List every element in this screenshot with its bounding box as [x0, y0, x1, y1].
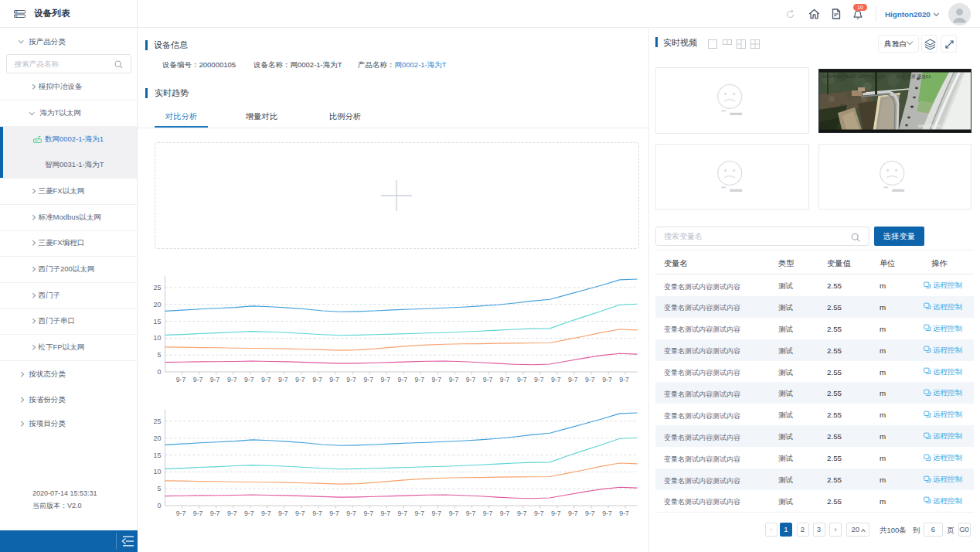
- svg-text:10: 10: [153, 334, 161, 342]
- svg-text:9-7: 9-7: [380, 509, 390, 517]
- svg-text:9-7: 9-7: [329, 509, 339, 517]
- svg-text:9-7: 9-7: [227, 509, 237, 517]
- svg-text:9-7: 9-7: [568, 509, 578, 517]
- svg-text:9-7: 9-7: [295, 376, 305, 383]
- svg-text:9-7: 9-7: [449, 376, 459, 383]
- svg-text:9-7: 9-7: [602, 376, 612, 383]
- svg-text:9-7: 9-7: [210, 376, 220, 383]
- svg-text:9-7: 9-7: [602, 509, 612, 517]
- svg-text:9-7: 9-7: [398, 509, 408, 517]
- svg-text:9-7: 9-7: [363, 376, 373, 383]
- svg-text:9-7: 9-7: [585, 376, 595, 383]
- svg-text:20: 20: [153, 434, 161, 442]
- svg-text:9-7: 9-7: [432, 509, 442, 517]
- svg-text:9-7: 9-7: [483, 376, 493, 383]
- svg-text:9-7: 9-7: [483, 509, 493, 517]
- svg-text:9-7: 9-7: [398, 376, 408, 383]
- svg-text:9-7: 9-7: [619, 509, 629, 517]
- svg-text:9-7: 9-7: [244, 376, 254, 383]
- svg-text:9-7: 9-7: [517, 376, 527, 383]
- svg-text:9-7: 9-7: [534, 376, 544, 383]
- svg-text:9-7: 9-7: [517, 509, 527, 517]
- svg-text:9-7: 9-7: [346, 509, 356, 517]
- svg-text:9-7: 9-7: [176, 509, 186, 517]
- svg-text:9-7: 9-7: [568, 376, 578, 383]
- svg-text:9-7: 9-7: [619, 376, 629, 383]
- svg-text:9-7: 9-7: [193, 376, 203, 383]
- svg-text:9-7: 9-7: [415, 509, 425, 517]
- svg-text:0: 0: [157, 368, 161, 376]
- svg-text:9-7: 9-7: [261, 376, 271, 383]
- svg-text:9-7: 9-7: [500, 509, 510, 517]
- svg-text:15: 15: [153, 318, 161, 325]
- svg-text:9-7: 9-7: [500, 376, 510, 383]
- svg-text:9-7: 9-7: [551, 376, 561, 383]
- svg-text:9-7: 9-7: [346, 376, 356, 383]
- svg-text:9-7: 9-7: [432, 376, 442, 383]
- svg-text:9-7: 9-7: [585, 509, 595, 517]
- svg-text:9-7: 9-7: [415, 376, 425, 383]
- svg-text:2020年07月14日 15时47分31秒: 2020年07月14日 15时47分31秒: [822, 74, 886, 80]
- svg-text:9-7: 9-7: [551, 509, 561, 517]
- svg-text:20: 20: [153, 301, 161, 308]
- svg-text:9-7: 9-7: [466, 376, 476, 383]
- svg-text:9-7: 9-7: [534, 509, 544, 517]
- svg-text:9-7: 9-7: [210, 509, 220, 517]
- svg-text:9-7: 9-7: [363, 509, 373, 517]
- svg-text:9-7: 9-7: [380, 376, 390, 383]
- svg-text:9-7: 9-7: [244, 509, 254, 517]
- svg-text:标清 全屏 通道01: 标清 全屏 通道01: [896, 73, 931, 80]
- svg-text:15: 15: [153, 451, 161, 459]
- svg-text:5: 5: [157, 351, 161, 359]
- svg-text:9-7: 9-7: [227, 376, 237, 383]
- svg-text:HIKVISION 摄像头: HIKVISION 摄像头: [918, 124, 956, 128]
- svg-text:10: 10: [153, 468, 161, 475]
- svg-text:25: 25: [153, 284, 161, 291]
- svg-text:9-7: 9-7: [278, 376, 288, 383]
- svg-text:9-7: 9-7: [466, 509, 476, 517]
- svg-text:9-7: 9-7: [176, 376, 186, 383]
- svg-text:25: 25: [153, 417, 161, 425]
- svg-text:9-7: 9-7: [295, 509, 305, 517]
- svg-text:0: 0: [157, 502, 161, 509]
- svg-text:9-7: 9-7: [449, 509, 459, 517]
- svg-text:9-7: 9-7: [312, 509, 322, 517]
- svg-text:9-7: 9-7: [261, 509, 271, 517]
- svg-text:9-7: 9-7: [193, 509, 203, 517]
- svg-text:9-7: 9-7: [278, 509, 288, 517]
- svg-text:9-7: 9-7: [329, 376, 339, 383]
- svg-text:5: 5: [157, 485, 161, 492]
- svg-text:9-7: 9-7: [312, 376, 322, 383]
